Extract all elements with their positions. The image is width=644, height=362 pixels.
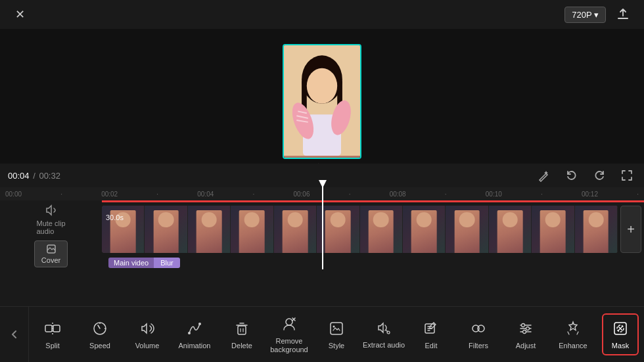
tool-speed[interactable]: Speed — [76, 308, 124, 361]
tool-adjust[interactable]: Adjust — [502, 308, 549, 361]
preview-area: ▷ — [0, 29, 644, 173]
track-labels: Mute clipaudio Cover — [0, 200, 102, 269]
adjust-label: Adjust — [516, 342, 536, 350]
playhead — [322, 184, 323, 269]
svg-point-42 — [526, 327, 530, 330]
extract-audio-label: Extract audio — [363, 341, 405, 350]
tool-delete[interactable]: Delete — [218, 308, 265, 361]
svg-point-30 — [333, 326, 335, 328]
svg-line-46 — [618, 327, 622, 330]
film-frame — [188, 206, 231, 253]
mask-icon — [611, 319, 630, 338]
ruler-mark-6: 00:12 — [582, 191, 598, 198]
film-frame — [102, 206, 145, 253]
svg-point-31 — [387, 331, 390, 334]
ruler-mark-dot7: · — [637, 191, 639, 198]
magic-wand-button[interactable] — [535, 166, 553, 185]
cover-label-text: Cover — [41, 256, 60, 264]
adjust-icon — [517, 319, 535, 338]
quality-selector[interactable]: 720P ▾ — [564, 7, 606, 23]
current-time: 00:04 — [8, 171, 30, 181]
tool-volume[interactable]: Volume — [124, 308, 171, 361]
svg-rect-44 — [614, 323, 626, 334]
tool-style[interactable]: Style — [313, 308, 360, 361]
film-frames — [102, 206, 618, 253]
speed-label: Speed — [89, 342, 110, 350]
tool-remove-background[interactable]: Removebackground — [265, 308, 313, 361]
delete-icon — [233, 319, 251, 338]
tool-split[interactable]: Split — [29, 308, 76, 361]
tool-filters[interactable]: Filters — [455, 308, 502, 361]
animation-icon — [185, 319, 204, 338]
tool-animation[interactable]: Animation — [171, 308, 218, 361]
ruler-mark-3: 00:06 — [293, 191, 310, 198]
blur-tag: Blur — [154, 258, 180, 268]
animation-label: Animation — [179, 342, 211, 350]
track-duration: 30.0s — [106, 214, 124, 221]
svg-point-20 — [198, 323, 201, 325]
enhance-icon — [564, 319, 582, 338]
video-track-container: 30.0s — [102, 200, 644, 269]
remove-background-icon — [280, 315, 298, 333]
main-video-tag: Main video — [108, 258, 154, 268]
mask-label: Mask — [612, 342, 629, 350]
video-track[interactable]: 30.0s — [102, 206, 618, 253]
ruler-mark-5: 00:10 — [486, 191, 502, 198]
split-icon — [43, 319, 62, 338]
style-icon — [327, 319, 346, 338]
cover-button[interactable]: Cover — [34, 240, 68, 267]
mute-label: Mute clipaudio — [36, 219, 65, 235]
svg-rect-13 — [45, 325, 52, 332]
svg-line-47 — [618, 327, 622, 330]
edit-icon — [422, 319, 440, 338]
style-label: Style — [329, 342, 344, 350]
volume-label: Volume — [135, 342, 160, 350]
svg-point-41 — [522, 324, 525, 327]
undo-button[interactable] — [563, 166, 581, 185]
tool-mask[interactable]: Mask — [597, 308, 644, 361]
collapse-toolbar-button[interactable] — [0, 307, 29, 362]
edit-label: Edit — [425, 342, 438, 350]
ruler-mark-dot5: · — [445, 191, 447, 198]
enhance-label: Enhance — [559, 342, 587, 350]
add-clip-button[interactable]: + — [620, 206, 641, 253]
ruler-mark-0: 00:00 — [5, 191, 22, 198]
svg-point-26 — [286, 319, 292, 325]
split-label: Split — [45, 342, 59, 350]
svg-point-45 — [617, 325, 624, 332]
ruler-mark-4: 00:08 — [390, 191, 406, 198]
film-frame — [575, 206, 618, 253]
svg-rect-21 — [238, 326, 246, 334]
film-frame — [446, 206, 488, 253]
film-frame — [360, 206, 403, 253]
film-frame — [231, 206, 273, 253]
track-label-bar: Main video Blur — [108, 256, 180, 269]
ruler-mark-dot3: · — [253, 191, 255, 198]
header-left: ✕ — [11, 5, 29, 24]
time-display: 00:04 / 00:32 — [8, 171, 60, 181]
tool-enhance[interactable]: Enhance — [549, 308, 597, 361]
svg-point-19 — [188, 332, 191, 334]
tool-edit[interactable]: Edit — [407, 308, 455, 361]
close-button[interactable]: ✕ — [11, 5, 29, 24]
volume-icon — [138, 319, 156, 338]
svg-rect-29 — [331, 323, 342, 334]
ruler-mark-dot2: · — [156, 191, 158, 198]
svg-rect-14 — [53, 325, 60, 332]
tools-scroll: Split Speed Vol — [29, 308, 644, 361]
remove-background-label: Removebackground — [270, 337, 308, 354]
filters-icon — [469, 319, 488, 338]
fullscreen-button[interactable] — [618, 166, 636, 185]
total-time: 00:32 — [39, 171, 60, 181]
film-frame — [145, 206, 187, 253]
preview-video — [283, 44, 361, 159]
speed-icon — [91, 319, 109, 338]
header: ✕ 720P ▾ — [0, 0, 644, 29]
ruler-mark-1: 00:02 — [101, 191, 118, 198]
ruler-mark-dot6: · — [541, 191, 543, 198]
mute-clip-audio-button[interactable]: Mute clipaudio — [36, 203, 65, 235]
redo-button[interactable] — [590, 166, 609, 185]
export-button[interactable] — [612, 4, 633, 25]
svg-point-43 — [523, 330, 526, 334]
tool-extract-audio[interactable]: Extract audio — [360, 308, 407, 361]
